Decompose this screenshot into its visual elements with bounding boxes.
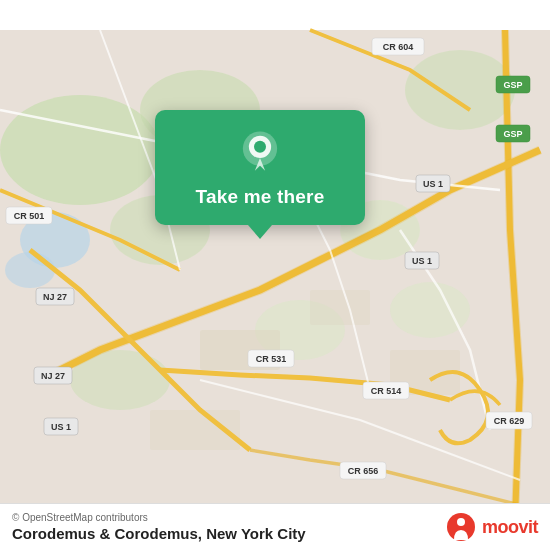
svg-text:US 1: US 1 [51, 422, 71, 432]
svg-text:GSP: GSP [503, 129, 522, 139]
svg-text:CR 514: CR 514 [371, 386, 402, 396]
svg-point-43 [254, 141, 266, 153]
svg-text:NJ 27: NJ 27 [41, 371, 65, 381]
map-container: CR 604 GSP GSP US 1 CR 501 US 1 NJ 27 CR… [0, 0, 550, 550]
osm-attribution: © OpenStreetMap contributors [12, 512, 306, 523]
svg-text:US 1: US 1 [412, 256, 432, 266]
svg-text:CR 531: CR 531 [256, 354, 287, 364]
svg-text:CR 501: CR 501 [14, 211, 45, 221]
svg-rect-12 [310, 290, 370, 325]
svg-point-8 [390, 282, 470, 338]
map-pin-icon [236, 128, 284, 176]
moovit-icon [446, 512, 476, 542]
svg-text:CR 656: CR 656 [348, 466, 379, 476]
moovit-text-label: moovit [482, 517, 538, 538]
footer-bar: © OpenStreetMap contributors Corodemus &… [0, 503, 550, 550]
footer-left: © OpenStreetMap contributors Corodemus &… [12, 512, 306, 542]
moovit-logo: moovit [446, 512, 538, 542]
svg-point-45 [457, 518, 465, 526]
svg-text:US 1: US 1 [423, 179, 443, 189]
svg-point-1 [0, 95, 160, 205]
map-background: CR 604 GSP GSP US 1 CR 501 US 1 NJ 27 CR… [0, 0, 550, 550]
svg-text:CR 629: CR 629 [494, 416, 525, 426]
location-name: Corodemus & Corodemus, New York City [12, 525, 306, 542]
svg-text:GSP: GSP [503, 80, 522, 90]
svg-text:NJ 27: NJ 27 [43, 292, 67, 302]
svg-text:CR 604: CR 604 [383, 42, 414, 52]
svg-point-10 [5, 252, 55, 288]
take-me-there-popup[interactable]: Take me there [155, 110, 365, 225]
take-me-there-label: Take me there [196, 186, 325, 209]
